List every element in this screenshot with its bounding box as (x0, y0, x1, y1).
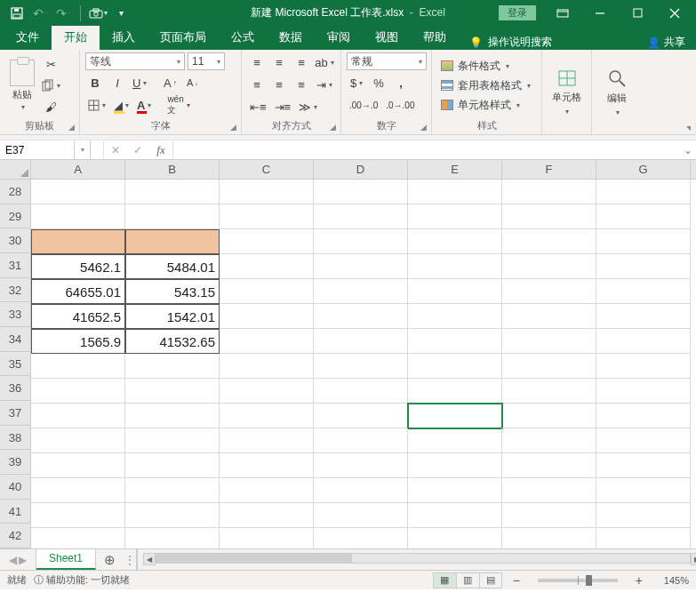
dialog-launcher-icon[interactable]: ◢ (420, 123, 427, 132)
cell[interactable] (596, 528, 691, 548)
sheet-tab[interactable]: Sheet1 (36, 548, 96, 570)
cell-styles-button[interactable]: 单元格样式▾ (437, 97, 534, 114)
row-header[interactable]: 38 (0, 426, 31, 451)
row-header[interactable]: 31 (0, 253, 31, 278)
horizontal-scrollbar[interactable]: ◀ ▶ (156, 553, 691, 564)
dialog-launcher-icon[interactable]: ◢ (68, 123, 75, 132)
cell[interactable] (314, 478, 408, 503)
cell[interactable] (596, 379, 691, 404)
cell[interactable]: 41532.65 (125, 329, 220, 354)
column-header[interactable]: A (31, 160, 125, 179)
tab-insert[interactable]: 插入 (100, 25, 148, 50)
cell[interactable] (314, 204, 408, 229)
accessibility-status[interactable]: ⓘ 辅助功能: 一切就绪 (34, 573, 130, 587)
align-center-button[interactable]: ≡ (269, 75, 289, 94)
cell[interactable] (502, 503, 596, 528)
comma-button[interactable]: , (391, 73, 411, 92)
scroll-thumb[interactable] (156, 554, 352, 563)
cell[interactable] (314, 503, 408, 528)
align-top-button[interactable]: ≡ (247, 52, 267, 72)
scroll-left-icon[interactable]: ◀ (143, 553, 156, 565)
cell[interactable] (596, 229, 691, 254)
cell[interactable] (502, 229, 596, 254)
cell[interactable] (125, 404, 220, 428)
enter-formula-button[interactable]: ✓ (126, 140, 149, 159)
cell[interactable] (220, 254, 314, 279)
phonetic-button[interactable]: wén文▾ (164, 95, 192, 115)
sheet-spacer-grip[interactable]: ⋮ (123, 549, 137, 570)
view-page-break-button[interactable]: ▤ (479, 572, 502, 588)
align-bottom-button[interactable]: ≡ (292, 52, 311, 72)
cell[interactable] (502, 379, 596, 404)
cell[interactable] (408, 180, 502, 204)
cell[interactable] (314, 279, 408, 304)
row-header[interactable]: 35 (0, 352, 31, 377)
qat-customize-icon[interactable]: ▾ (111, 4, 131, 23)
cell[interactable] (220, 379, 314, 404)
cell[interactable] (502, 180, 596, 204)
conditional-format-button[interactable]: 条件格式▾ (437, 58, 534, 75)
edit-button[interactable]: 编辑 ▾ (597, 67, 636, 118)
expand-formula-bar[interactable]: ⌄ (680, 140, 696, 159)
row-header[interactable]: 37 (0, 401, 31, 426)
cell[interactable] (220, 478, 314, 503)
cell[interactable] (596, 404, 691, 428)
cell[interactable] (125, 478, 220, 503)
cell[interactable] (125, 354, 220, 379)
cell[interactable] (596, 503, 691, 528)
cell[interactable] (596, 354, 691, 379)
formula-input[interactable] (172, 140, 680, 159)
name-box-dropdown[interactable]: ▾ (75, 140, 91, 159)
tab-review[interactable]: 审阅 (315, 25, 363, 50)
cell[interactable] (596, 279, 691, 304)
copy-button[interactable]: ▾ (39, 76, 63, 95)
cell[interactable] (314, 229, 408, 254)
cell[interactable] (502, 528, 596, 548)
sheet-nav-prev[interactable]: ◀ (9, 554, 17, 566)
cell[interactable] (220, 528, 314, 548)
cell[interactable] (408, 428, 502, 453)
camera-icon[interactable]: ▾ (88, 4, 108, 23)
maximize-button[interactable] (620, 1, 655, 26)
orientation-button[interactable]: ab▾ (314, 52, 335, 72)
zoom-out-button[interactable]: − (509, 573, 524, 588)
cell[interactable] (125, 204, 220, 229)
cell[interactable] (596, 478, 691, 503)
cell[interactable] (596, 180, 691, 204)
column-header[interactable]: B (125, 160, 220, 179)
cell[interactable] (31, 478, 125, 503)
cell[interactable] (596, 204, 691, 229)
cell[interactable] (125, 503, 220, 528)
cell[interactable] (31, 204, 125, 229)
tab-file[interactable]: 文件 (4, 25, 52, 50)
row-header[interactable]: 29 (0, 204, 31, 229)
paste-button[interactable]: 粘贴 ▾ (5, 58, 39, 113)
cell[interactable] (220, 229, 314, 254)
dialog-launcher-icon[interactable]: ◢ (230, 123, 236, 132)
save-icon[interactable] (7, 4, 27, 23)
format-painter-button[interactable]: 🖌 (39, 97, 63, 116)
row-header[interactable]: 41 (0, 500, 31, 524)
cell[interactable] (31, 453, 125, 478)
cell[interactable] (408, 404, 502, 428)
cancel-formula-button[interactable]: ✕ (103, 140, 126, 159)
decrease-indent-button[interactable]: ⇤≡ (247, 97, 269, 116)
row-header[interactable]: 33 (0, 302, 31, 327)
cell[interactable] (408, 354, 502, 379)
login-button[interactable]: 登录 (499, 5, 536, 20)
zoom-slider[interactable] (538, 579, 618, 582)
cell[interactable]: 543.15 (125, 279, 220, 304)
cell[interactable] (220, 354, 314, 379)
cell[interactable] (502, 478, 596, 503)
cell[interactable] (31, 428, 125, 453)
align-right-button[interactable]: ≡ (292, 75, 311, 94)
cell[interactable]: 5462.1 (31, 254, 125, 279)
column-header[interactable]: D (314, 160, 408, 179)
select-all-corner[interactable] (0, 160, 31, 179)
currency-button[interactable]: $▾ (347, 73, 366, 92)
tab-formulas[interactable]: 公式 (219, 25, 267, 50)
cell[interactable] (125, 229, 220, 254)
cell[interactable]: 1542.01 (125, 304, 220, 329)
cell[interactable] (502, 453, 596, 478)
cell[interactable] (408, 453, 502, 478)
